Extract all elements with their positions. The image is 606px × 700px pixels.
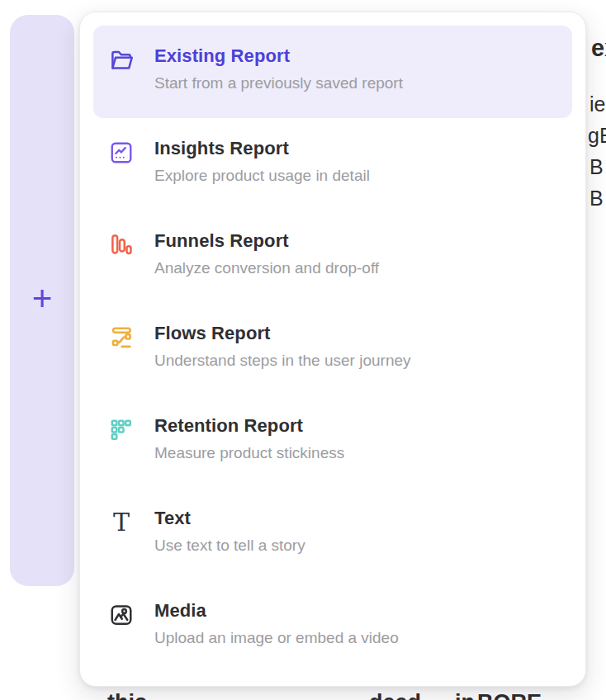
menu-item-flows-report[interactable]: Flows Report Understand steps in the use… <box>93 303 572 395</box>
background-text-fragment: B <box>589 155 604 179</box>
menu-item-subtitle: Upload an image or embed a video <box>154 629 399 648</box>
menu-item-subtitle: Use text to tell a story <box>154 537 305 556</box>
background-text-fragment: this <box>107 690 147 700</box>
background-text-fragment: B <box>589 187 604 210</box>
menu-item-subtitle: Understand steps in the user journey <box>154 352 411 371</box>
menu-item-media[interactable]: Media Upload an image or embed a video <box>93 580 572 673</box>
folder-open-icon <box>108 47 135 73</box>
menu-item-retention-report[interactable]: Retention Report Measure product stickin… <box>93 395 572 488</box>
text-serif-icon: T <box>108 509 135 536</box>
menu-item-insights-report[interactable]: Insights Report Explore product usage in… <box>93 118 572 210</box>
menu-item-subtitle: Explore product usage in detail <box>154 167 370 186</box>
flows-icon <box>108 324 135 351</box>
menu-item-title: Funnels Report <box>154 230 379 252</box>
background-bottom-text: this deed in BORE <box>79 690 606 700</box>
menu-item-title: Retention Report <box>154 415 344 437</box>
media-image-icon <box>108 602 135 628</box>
menu-item-title: Insights Report <box>154 138 370 159</box>
add-card-rail[interactable]: + <box>10 15 74 586</box>
menu-item-title: Text <box>154 508 305 529</box>
background-text-fragment: gB <box>588 124 606 148</box>
menu-item-funnels-report[interactable]: Funnels Report Analyze conversion and dr… <box>93 210 572 303</box>
menu-item-subtitle: Start from a previously saved report <box>154 74 403 93</box>
background-text-fragment: ex <box>591 35 606 62</box>
background-text-fragment: deed <box>369 690 421 700</box>
board-page: ex ie gB B B this deed in BORE + Existin… <box>0 0 606 700</box>
menu-item-title: Media <box>154 600 399 622</box>
menu-item-text[interactable]: T Text Use text to tell a story <box>93 488 572 580</box>
retention-grid-icon <box>108 417 135 443</box>
background-text-fragment: ie <box>589 92 605 116</box>
menu-item-title: Flows Report <box>154 323 411 344</box>
menu-item-existing-report[interactable]: Existing Report Start from a previously … <box>93 26 572 118</box>
menu-item-title: Existing Report <box>154 45 403 67</box>
insights-chart-icon <box>108 140 135 166</box>
menu-item-subtitle: Analyze conversion and drop-off <box>154 259 379 278</box>
background-text-fragment: BORE <box>477 690 542 700</box>
plus-icon: + <box>32 281 53 316</box>
funnel-bars-icon <box>108 232 135 258</box>
menu-item-subtitle: Measure product stickiness <box>154 444 344 463</box>
background-text-fragment: in <box>455 690 475 700</box>
add-card-menu: Existing Report Start from a previously … <box>79 12 586 687</box>
